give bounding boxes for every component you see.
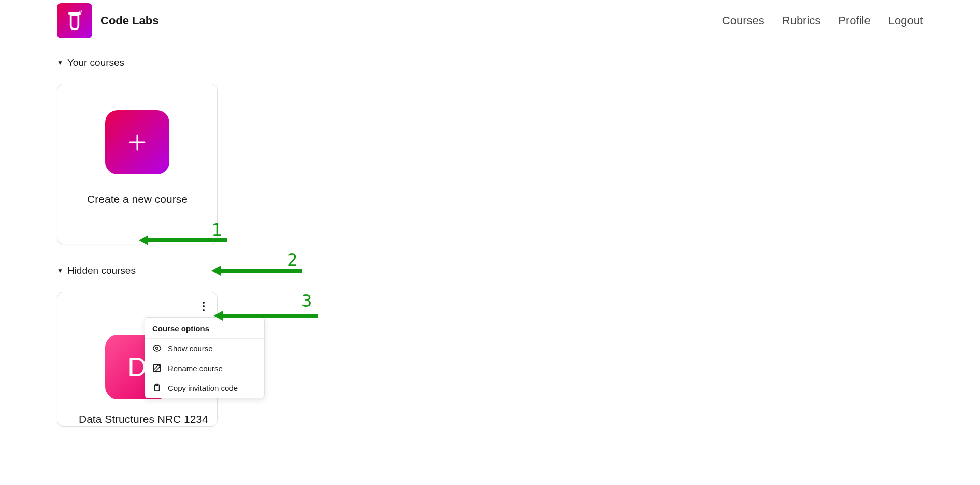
menu-rename-label: Rename course: [168, 364, 223, 373]
your-courses-toggle[interactable]: ▼ Your courses: [57, 57, 923, 68]
course-options-button[interactable]: [203, 302, 205, 311]
annotation-1-num: 1: [211, 219, 222, 240]
nav-rubrics[interactable]: Rubrics: [782, 14, 821, 27]
chevron-down-icon: ▼: [57, 59, 63, 66]
nav-logout[interactable]: Logout: [888, 14, 923, 27]
svg-point-1: [79, 11, 80, 13]
clipboard-icon: [152, 383, 162, 392]
create-course-label: Create a new course: [68, 193, 207, 205]
chevron-down-icon: ▼: [57, 267, 63, 274]
menu-show-course[interactable]: Show course: [145, 339, 264, 358]
create-course-card[interactable]: Create a new course: [57, 84, 218, 244]
top-header: Code Labs Courses Rubrics Profile Logout: [0, 0, 980, 41]
menu-copy-label: Copy invitation code: [168, 384, 238, 392]
hidden-courses-grid: D Course options Show course Rename cour…: [57, 292, 923, 427]
svg-point-3: [80, 10, 82, 12]
svg-point-2: [80, 13, 82, 14]
your-courses-grid: Create a new course: [57, 84, 923, 244]
brand-name: Code Labs: [100, 14, 158, 27]
your-courses-label: Your courses: [67, 57, 124, 68]
menu-show-label: Show course: [168, 344, 213, 353]
annotation-2-num: 2: [287, 249, 297, 270]
top-nav: Courses Rubrics Profile Logout: [722, 14, 923, 27]
hidden-courses-label: Hidden courses: [67, 265, 136, 276]
plus-icon: [105, 110, 169, 174]
course-card[interactable]: D Course options Show course Rename cour…: [57, 292, 218, 427]
course-options-menu: Course options Show course Rename course…: [145, 317, 265, 398]
edit-icon: [152, 363, 162, 373]
hidden-courses-toggle[interactable]: ▼ Hidden courses: [57, 265, 923, 276]
course-title: Data Structures NRC 1234: [57, 413, 218, 425]
nav-courses[interactable]: Courses: [722, 14, 765, 27]
header-left: Code Labs: [57, 3, 158, 38]
eye-icon: [152, 344, 162, 353]
create-icon-wrap: [68, 99, 207, 186]
menu-header: Course options: [145, 318, 264, 339]
svg-point-4: [156, 347, 158, 350]
app-logo[interactable]: [57, 3, 92, 38]
annotation-3-num: 3: [301, 290, 312, 311]
main-content: ▼ Your courses Create a new course ▼ Hid…: [0, 41, 980, 463]
test-tube-icon: [63, 9, 86, 32]
nav-profile[interactable]: Profile: [838, 14, 870, 27]
menu-rename-course[interactable]: Rename course: [145, 358, 264, 378]
menu-copy-code[interactable]: Copy invitation code: [145, 378, 264, 398]
